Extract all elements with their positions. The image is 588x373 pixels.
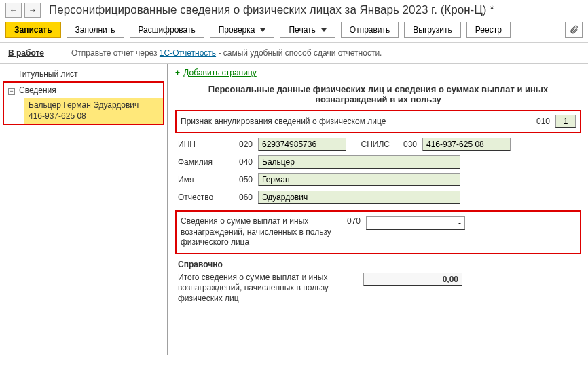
annul-code: 010 bbox=[528, 117, 550, 126]
lastname-code: 040 bbox=[231, 157, 253, 167]
sprav-head: Справочно bbox=[178, 260, 581, 269]
inn-code: 020 bbox=[231, 140, 253, 149]
inn-label: ИНН bbox=[178, 140, 225, 149]
attach-button[interactable] bbox=[565, 22, 583, 38]
check-dropdown[interactable]: Проверка bbox=[210, 22, 275, 38]
snils-code: 030 bbox=[395, 140, 417, 149]
snils-label: СНИЛС bbox=[352, 140, 390, 149]
status-hint: Отправьте отчет через 1С-Отчетность - са… bbox=[71, 48, 382, 58]
sidebar-item-section[interactable]: − Сведения bbox=[4, 83, 163, 98]
patronymic-code: 060 bbox=[231, 193, 253, 202]
patronymic-label: Отчество bbox=[178, 193, 225, 202]
send-button[interactable]: Отправить bbox=[341, 22, 399, 38]
sum-highlight: Сведения о сумме выплат и иных вознаграж… bbox=[175, 210, 581, 254]
annul-label: Признак аннулирования сведений о физичес… bbox=[181, 117, 523, 126]
firstname-code: 050 bbox=[231, 175, 253, 184]
sidebar: Титульный лист − Сведения Бальцер Герман… bbox=[0, 64, 168, 355]
sum-input[interactable] bbox=[366, 216, 465, 230]
nav-forward-button[interactable]: → bbox=[24, 3, 41, 18]
decode-button[interactable]: Расшифровать bbox=[130, 22, 204, 38]
snils-input[interactable] bbox=[422, 138, 511, 151]
inn-input[interactable] bbox=[258, 138, 346, 151]
lastname-label: Фамилия bbox=[178, 157, 225, 167]
lastname-input[interactable] bbox=[258, 155, 460, 169]
person-name: Бальцер Герман Эдуардович bbox=[29, 100, 159, 111]
sidebar-highlight: − Сведения Бальцер Герман Эдуардович 416… bbox=[3, 81, 164, 125]
main-panel: + Добавить страницу Персональные данные … bbox=[168, 64, 588, 355]
print-dropdown[interactable]: Печать bbox=[280, 22, 335, 38]
annul-input[interactable] bbox=[555, 115, 576, 128]
sidebar-item-person[interactable]: Бальцер Герман Эдуардович 416-937-625 08 bbox=[24, 98, 163, 124]
paperclip-icon bbox=[569, 25, 578, 35]
sprav-label: Итого сведения о сумме выплат и иных воз… bbox=[178, 273, 358, 305]
plus-icon: + bbox=[175, 68, 180, 77]
add-page-link[interactable]: Добавить страницу bbox=[183, 68, 256, 77]
annul-highlight: Признак аннулирования сведений о физичес… bbox=[175, 110, 581, 133]
sum-label: Сведения о сумме выплат и иных вознаграж… bbox=[181, 216, 333, 248]
page-title: Персонифицированные сведения о физически… bbox=[49, 3, 494, 17]
sprav-total: 0,00 bbox=[363, 273, 462, 286]
registry-button[interactable]: Реестр bbox=[466, 22, 511, 38]
collapse-icon[interactable]: − bbox=[8, 88, 15, 95]
section-title: Персональные данные физических лиц и све… bbox=[175, 84, 581, 104]
status-state[interactable]: В работе bbox=[8, 48, 44, 58]
person-snils: 416-937-625 08 bbox=[29, 111, 159, 122]
status-hint-link[interactable]: 1С-Отчетность bbox=[160, 48, 216, 58]
sum-code: 070 bbox=[339, 216, 361, 226]
patronymic-input[interactable] bbox=[258, 191, 460, 204]
firstname-input[interactable] bbox=[258, 173, 460, 186]
export-button[interactable]: Выгрузить bbox=[404, 22, 461, 38]
fill-button[interactable]: Заполнить bbox=[67, 22, 124, 38]
nav-back-button[interactable]: ← bbox=[5, 3, 22, 18]
sidebar-item-title[interactable]: Титульный лист bbox=[3, 66, 164, 81]
save-button[interactable]: Записать bbox=[5, 22, 61, 38]
firstname-label: Имя bbox=[178, 175, 225, 184]
